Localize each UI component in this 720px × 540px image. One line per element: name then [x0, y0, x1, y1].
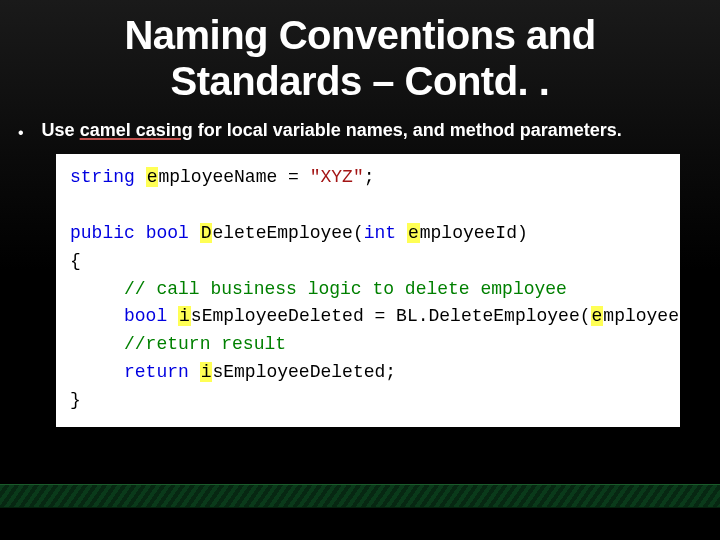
arg-rest: mployeeId	[603, 306, 700, 326]
hl-arg: e	[591, 306, 604, 326]
footer-decoration	[0, 484, 720, 508]
param-rest: mployeeId)	[420, 223, 528, 243]
kw-string: string	[70, 167, 135, 187]
kw-int: int	[364, 223, 396, 243]
bullet-item: • Use camel casing for local variable na…	[0, 120, 720, 144]
comment-2: //return result	[124, 334, 286, 354]
bullet-suffix: for local variable names, and method par…	[193, 120, 622, 140]
code-block: string employeeName = "XYZ"; public bool…	[56, 154, 680, 427]
code-line-3: public bool DeleteEmployee(int employeeI…	[70, 220, 666, 248]
slide-title: Naming Conventions and Standards – Contd…	[0, 0, 720, 118]
comment-1: // call business logic to delete employe…	[124, 279, 567, 299]
kw-bool-2: bool	[124, 306, 167, 326]
string-literal: "XYZ"	[310, 167, 364, 187]
slide: Naming Conventions and Standards – Contd…	[0, 0, 720, 540]
kw-public: public	[70, 223, 135, 243]
method-rest: eleteEmployee(	[212, 223, 363, 243]
code-line-8: return isEmployeeDeleted;	[70, 359, 666, 387]
bullet-underlined: camel casing	[80, 120, 193, 140]
code-line-1: string employeeName = "XYZ";	[70, 164, 666, 192]
hl-param: e	[407, 223, 420, 243]
var1-rest: mployeeName =	[158, 167, 309, 187]
line1-end: ;	[364, 167, 375, 187]
var2-rest: sEmployeeDeleted = BL.DeleteEmployee(	[191, 306, 591, 326]
code-line-6: bool isEmployeeDeleted = BL.DeleteEmploy…	[70, 303, 666, 331]
bullet-dot-icon: •	[18, 122, 24, 144]
kw-return: return	[124, 362, 189, 382]
hl-var3: i	[200, 362, 213, 382]
code-line-7: //return result	[70, 331, 666, 359]
hl-method: D	[200, 223, 213, 243]
code-line-5: // call business logic to delete employe…	[70, 276, 666, 304]
kw-bool: bool	[146, 223, 189, 243]
bullet-prefix: Use	[42, 120, 80, 140]
hl-var1: e	[146, 167, 159, 187]
hl-var2: i	[178, 306, 191, 326]
var3-rest: sEmployeeDeleted;	[212, 362, 396, 382]
code-line-4: {	[70, 248, 666, 276]
code-line-9: }	[70, 387, 666, 415]
code-line-blank	[70, 192, 666, 220]
bullet-text: Use camel casing for local variable name…	[42, 120, 622, 141]
line6-end: );	[701, 306, 720, 326]
